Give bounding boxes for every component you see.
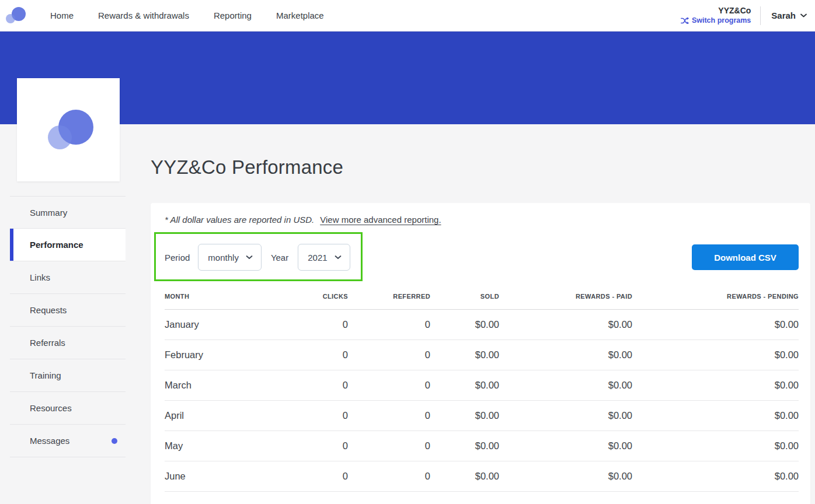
period-select[interactable]: monthly — [198, 244, 262, 271]
switch-programs-button[interactable]: Switch programs — [681, 16, 751, 25]
cell-rewards-paid: $0.00 — [499, 431, 632, 461]
cell-referred: 0 — [348, 310, 430, 340]
app-logo-icon[interactable] — [5, 5, 27, 26]
user-menu[interactable]: Sarah — [771, 10, 807, 20]
cell-month: June — [165, 461, 276, 492]
column-header-clicks: CLICKS — [276, 285, 348, 310]
switch-programs-label: Switch programs — [692, 16, 751, 25]
performance-table: MONTHCLICKSREFERREDSOLDREWARDS - PAIDREW… — [165, 285, 799, 492]
column-header-sold: SOLD — [430, 285, 499, 310]
period-label: Period — [165, 253, 190, 262]
sidebar-item-label: Messages — [30, 436, 69, 446]
sidebar-item-summary[interactable]: Summary — [10, 196, 126, 229]
sidebar: SummaryPerformanceLinksRequestsReferrals… — [10, 196, 126, 457]
cell-rewards-pending: $0.00 — [632, 401, 799, 431]
cell-clicks: 0 — [276, 431, 348, 461]
sidebar-item-label: Links — [30, 272, 50, 282]
cell-clicks: 0 — [276, 461, 348, 492]
top-nav: HomeRewards & withdrawalsReportingMarket… — [0, 0, 815, 32]
nav-item-marketplace[interactable]: Marketplace — [276, 10, 324, 20]
usd-note-row: * All dollar values are reported in USD.… — [165, 215, 799, 225]
sidebar-item-label: Performance — [30, 240, 83, 250]
period-select-value: monthly — [208, 253, 239, 262]
sidebar-item-label: Resources — [30, 403, 72, 413]
logo-circle-small — [6, 14, 15, 23]
column-header-referred: REFERRED — [348, 285, 430, 310]
cell-clicks: 0 — [276, 340, 348, 370]
filter-controls-row: Period monthly Year 2021 Download CSV — [165, 244, 799, 271]
cell-rewards-paid: $0.00 — [499, 310, 632, 340]
shuffle-icon — [681, 18, 689, 24]
sidebar-item-label: Referrals — [30, 338, 65, 348]
sidebar-item-requests[interactable]: Requests — [10, 294, 126, 327]
cell-month: February — [165, 340, 276, 370]
table-row-january: January00$0.00$0.00$0.00 — [165, 310, 799, 340]
sidebar-item-performance[interactable]: Performance — [10, 229, 126, 261]
cell-month: January — [165, 310, 276, 340]
chevron-down-icon — [246, 255, 253, 260]
year-label: Year — [271, 253, 288, 262]
cell-referred: 0 — [348, 370, 430, 401]
program-logo-card — [17, 78, 120, 181]
cell-rewards-pending: $0.00 — [632, 431, 799, 461]
sidebar-item-links[interactable]: Links — [10, 261, 126, 294]
program-block: YYZ&Co Switch programs — [681, 6, 751, 25]
hero-banner — [0, 32, 815, 124]
usd-note: * All dollar values are reported in USD. — [165, 215, 314, 225]
cell-referred: 0 — [348, 461, 430, 492]
table-row-april: April00$0.00$0.00$0.00 — [165, 401, 799, 431]
column-header-rewards-pending: REWARDS - PENDING — [632, 285, 799, 310]
nav-divider — [760, 6, 761, 25]
performance-card: * All dollar values are reported in USD.… — [151, 203, 810, 504]
program-name: YYZ&Co — [681, 6, 751, 16]
download-csv-button[interactable]: Download CSV — [692, 244, 799, 270]
table-row-may: May00$0.00$0.00$0.00 — [165, 431, 799, 461]
top-nav-right: YYZ&Co Switch programs Sarah — [681, 6, 815, 25]
table-row-february: February00$0.00$0.00$0.00 — [165, 340, 799, 370]
table-row-june: June00$0.00$0.00$0.00 — [165, 461, 799, 492]
table-header-row: MONTHCLICKSREFERREDSOLDREWARDS - PAIDREW… — [165, 285, 799, 310]
cell-sold: $0.00 — [430, 401, 499, 431]
cell-rewards-paid: $0.00 — [499, 401, 632, 431]
nav-item-home[interactable]: Home — [50, 10, 74, 20]
logo-circle-small — [48, 125, 72, 149]
cell-referred: 0 — [348, 401, 430, 431]
cell-rewards-pending: $0.00 — [632, 310, 799, 340]
unread-dot-badge — [112, 438, 117, 444]
cell-rewards-pending: $0.00 — [632, 340, 799, 370]
cell-sold: $0.00 — [430, 461, 499, 492]
cell-rewards-paid: $0.00 — [499, 340, 632, 370]
advanced-reporting-link[interactable]: View more advanced reporting. — [320, 215, 441, 225]
table-row-march: March00$0.00$0.00$0.00 — [165, 370, 799, 401]
cell-rewards-pending: $0.00 — [632, 370, 799, 401]
cell-rewards-pending: $0.00 — [632, 461, 799, 492]
sidebar-item-referrals[interactable]: Referrals — [10, 327, 126, 359]
cell-month: April — [165, 401, 276, 431]
page-title: YYZ&Co Performance — [151, 156, 343, 178]
chevron-down-icon — [800, 13, 807, 18]
table-body: January00$0.00$0.00$0.00February00$0.00$… — [165, 310, 799, 492]
cell-rewards-paid: $0.00 — [499, 461, 632, 492]
cell-clicks: 0 — [276, 370, 348, 401]
cell-sold: $0.00 — [430, 310, 499, 340]
year-select[interactable]: 2021 — [298, 244, 350, 271]
nav-item-rewards-withdrawals[interactable]: Rewards & withdrawals — [98, 10, 189, 20]
primary-nav: HomeRewards & withdrawalsReportingMarket… — [50, 10, 324, 20]
cell-clicks: 0 — [276, 310, 348, 340]
cell-month: March — [165, 370, 276, 401]
year-select-value: 2021 — [308, 253, 327, 262]
column-header-rewards-paid: REWARDS - PAID — [499, 285, 632, 310]
cell-sold: $0.00 — [430, 431, 499, 461]
column-header-month: MONTH — [165, 285, 276, 310]
cell-clicks: 0 — [276, 401, 348, 431]
chevron-down-icon — [335, 255, 342, 260]
nav-item-reporting[interactable]: Reporting — [214, 10, 252, 20]
sidebar-item-resources[interactable]: Resources — [10, 392, 126, 425]
sidebar-item-label: Requests — [30, 305, 67, 315]
sidebar-item-messages[interactable]: Messages — [10, 425, 126, 457]
user-name: Sarah — [771, 10, 796, 20]
sidebar-item-training[interactable]: Training — [10, 359, 126, 392]
cell-sold: $0.00 — [430, 340, 499, 370]
cell-referred: 0 — [348, 431, 430, 461]
cell-rewards-paid: $0.00 — [499, 370, 632, 401]
